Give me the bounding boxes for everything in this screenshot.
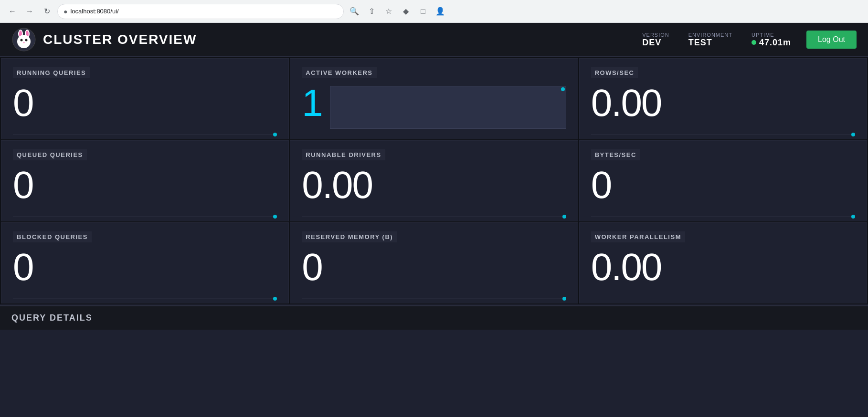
metric-value-running-queries: 0 [13, 84, 277, 122]
metric-card-queued-queries: QUEUED QUERIES 0 [1, 140, 289, 221]
metric-label-worker-parallelism: WORKER PARALLELISM [591, 231, 685, 242]
metric-card-blocked-queries: BLOCKED QUERIES 0 [1, 222, 289, 303]
metric-card-bytes-sec: BYTES/SEC 0 [579, 140, 867, 221]
metric-value-runnable-drivers: 0.00 [302, 166, 566, 204]
metric-bar-blocked-queries [13, 298, 277, 299]
metric-bar-dot-rows-sec [851, 133, 855, 136]
svg-point-7 [25, 39, 28, 42]
dashboard-grid: RUNNING QUERIES 0 ACTIVE WORKERS 1 ROWS/… [0, 57, 868, 304]
workers-chart-dot [561, 87, 565, 91]
environment-info: ENVIRONMENT TEST [688, 32, 732, 48]
puzzle-icon[interactable]: ◆ [399, 5, 413, 18]
metric-value-worker-parallelism: 0.00 [591, 248, 855, 286]
lock-icon: ● [64, 8, 67, 15]
uptime-label: UPTIME [752, 32, 774, 38]
environment-value: TEST [688, 38, 712, 48]
version-label: VERSION [642, 32, 669, 38]
forward-button[interactable]: → [23, 5, 36, 18]
metric-bar-reserved-memory [302, 298, 566, 299]
metric-card-runnable-drivers: RUNNABLE DRIVERS 0.00 [290, 140, 578, 221]
uptime-dot [752, 40, 756, 45]
metric-bar-dot-runnable-drivers [562, 215, 566, 219]
svg-point-8 [23, 42, 25, 43]
reload-button[interactable]: ↻ [40, 5, 53, 18]
metric-value-reserved-memory: 0 [302, 248, 566, 286]
metric-label-rows-sec: ROWS/SEC [591, 67, 638, 78]
environment-label: ENVIRONMENT [688, 32, 732, 38]
metric-bar-running-queries [13, 134, 277, 135]
uptime-value: 47.01m [759, 38, 791, 48]
metric-bar-dot-bytes-sec [851, 215, 855, 219]
zoom-icon[interactable]: 🔍 [348, 5, 361, 18]
version-value: DEV [642, 38, 661, 48]
profile-icon[interactable]: 👤 [434, 5, 447, 18]
workers-chart [330, 86, 566, 129]
header-meta: VERSION DEV ENVIRONMENT TEST UPTIME 47.0… [642, 32, 791, 48]
metric-value-bytes-sec: 0 [591, 166, 855, 204]
version-info: VERSION DEV [642, 32, 669, 48]
uptime-info: UPTIME 47.01m [752, 32, 791, 48]
window-icon[interactable]: □ [416, 5, 430, 18]
metric-card-worker-parallelism: WORKER PARALLELISM 0.00 [579, 222, 867, 303]
metric-label-running-queries: RUNNING QUERIES [13, 67, 90, 78]
svg-point-5 [17, 35, 31, 48]
query-details-label: QUERY DETAILS [11, 313, 93, 323]
metric-bar-bytes-sec [591, 216, 855, 217]
metric-label-runnable-drivers: RUNNABLE DRIVERS [302, 149, 385, 160]
metric-card-active-workers: ACTIVE WORKERS 1 [290, 58, 578, 139]
address-bar[interactable]: ● localhost:8080/ui/ [57, 4, 344, 19]
url-text: localhost:8080/ui/ [70, 8, 118, 15]
metric-bar-queued-queries [13, 216, 277, 217]
metric-bar-dot-reserved-memory [562, 297, 566, 301]
metric-label-blocked-queries: BLOCKED QUERIES [13, 231, 92, 242]
metric-bar-rows-sec [591, 134, 855, 135]
metric-card-running-queries: RUNNING QUERIES 0 [1, 58, 289, 139]
active-workers-content: 1 [302, 84, 566, 129]
page-title: CLUSTER OVERVIEW [43, 32, 197, 47]
bookmark-icon[interactable]: ☆ [382, 5, 395, 18]
back-button[interactable]: ← [6, 5, 19, 18]
app-container: CLUSTER OVERVIEW VERSION DEV ENVIRONMENT… [0, 23, 868, 417]
metric-bar-dot-queued-queries [273, 215, 277, 219]
browser-chrome: ← → ↻ ● localhost:8080/ui/ 🔍 ⇧ ☆ ◆ □ 👤 [0, 0, 868, 23]
logo-icon [11, 27, 36, 52]
browser-right-icons: 🔍 ⇧ ☆ ◆ □ 👤 [348, 5, 447, 18]
metric-bar-dot-blocked-queries [273, 297, 277, 301]
metric-label-bytes-sec: BYTES/SEC [591, 149, 640, 160]
metric-card-reserved-memory: RESERVED MEMORY (B) 0 [290, 222, 578, 303]
metric-label-reserved-memory: RESERVED MEMORY (B) [302, 231, 397, 242]
metric-value-queued-queries: 0 [13, 166, 277, 204]
metric-bar-dot-running-queries [273, 133, 277, 136]
metric-value-rows-sec: 0.00 [591, 84, 855, 122]
metric-value-active-workers: 1 [302, 84, 322, 122]
header: CLUSTER OVERVIEW VERSION DEV ENVIRONMENT… [0, 23, 868, 57]
metric-card-rows-sec: ROWS/SEC 0.00 [579, 58, 867, 139]
svg-point-6 [21, 39, 23, 42]
uptime-value-container: 47.01m [752, 38, 791, 48]
query-details-footer: QUERY DETAILS [0, 305, 868, 330]
logout-button[interactable]: Log Out [806, 31, 857, 49]
metric-bar-runnable-drivers [302, 216, 566, 217]
metric-label-queued-queries: QUEUED QUERIES [13, 149, 87, 160]
share-icon[interactable]: ⇧ [365, 5, 378, 18]
metric-label-active-workers: ACTIVE WORKERS [302, 67, 376, 78]
metric-value-blocked-queries: 0 [13, 248, 277, 286]
header-logo-area: CLUSTER OVERVIEW [11, 27, 642, 52]
